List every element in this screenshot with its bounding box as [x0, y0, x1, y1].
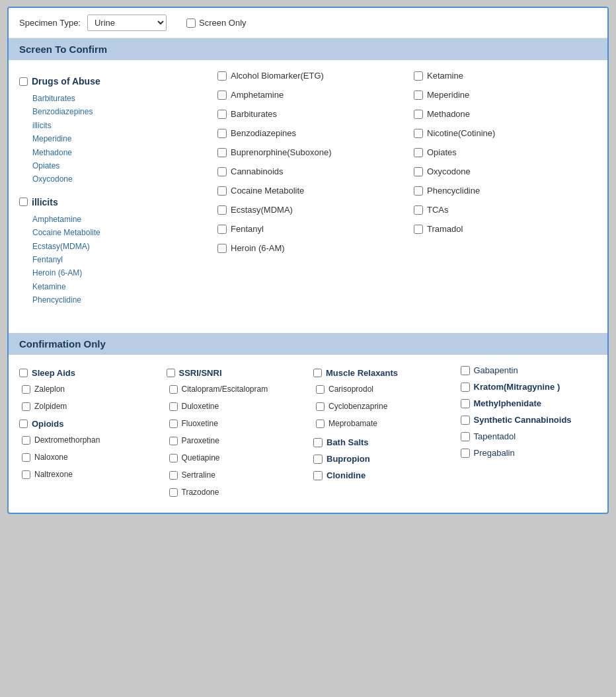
cb-buprenorphine-label: Buprenorphine(Suboxone)	[231, 147, 332, 157]
cb-phencyclidine-label: Phencyclidine	[427, 186, 480, 196]
cb-opiates-input[interactable]	[414, 148, 423, 157]
conf-citalopram-input[interactable]	[169, 385, 178, 394]
conf-tapentadol-input[interactable]	[461, 432, 470, 441]
conf-pregabalin-input[interactable]	[461, 449, 470, 458]
sleep-aids-checkbox[interactable]	[19, 369, 28, 377]
ssri-label: SSRI/SNRI	[179, 368, 222, 378]
ssri-checkbox[interactable]	[167, 369, 175, 377]
muscle-relaxants-label: Muscle Relaxants	[326, 368, 398, 378]
cb-oxycodone-input[interactable]	[414, 167, 423, 176]
drugs-of-abuse-checkbox[interactable]	[19, 77, 28, 86]
cb-methadone-input[interactable]	[414, 110, 423, 119]
cb-tramadol: Tramadol	[414, 224, 597, 234]
cb-ketamine-input[interactable]	[414, 71, 423, 81]
conf-clonidine-input[interactable]	[313, 471, 323, 480]
cb-ketamine-label: Ketamine	[427, 71, 463, 81]
conf-synthetic-cannabinoids-input[interactable]	[461, 416, 470, 425]
conf-tapentadol: Tapentadol	[461, 431, 597, 441]
conf-bupropion: Bupropion	[313, 454, 450, 464]
illicits-label: illicits	[32, 197, 58, 207]
conf-zolpidem-label: Zolpidem	[34, 402, 67, 411]
cb-nicotine-input[interactable]	[414, 129, 423, 138]
cb-buprenorphine-input[interactable]	[217, 148, 227, 157]
conf-kratom-input[interactable]	[461, 383, 470, 392]
conf-methylphenidate: Methylphenidate	[461, 398, 597, 408]
cb-oxycodone: Oxycodone	[414, 166, 597, 176]
conf-synthetic-cannabinoids: Synthetic Cannabinoids	[461, 415, 597, 425]
conf-naltrexone: Naltrexone	[19, 470, 156, 479]
cb-heroin-label: Heroin (6-AM)	[231, 243, 285, 253]
opioids-checkbox[interactable]	[19, 420, 28, 428]
cb-heroin: Heroin (6-AM)	[217, 243, 401, 253]
screen-only-container: Screen Only	[186, 18, 247, 28]
sleep-aids-header: Sleep Aids	[19, 368, 156, 378]
conf-col3: Muscle Relaxants Carisoprodol Cyclobenza…	[313, 363, 450, 505]
conf-gabapentin-input[interactable]	[461, 366, 470, 375]
cb-cannabinoids: Cannabinoids	[217, 166, 401, 176]
cb-barbiturates-input[interactable]	[217, 110, 227, 119]
cb-nicotine: Nicotine(Cotinine)	[414, 128, 597, 138]
conf-methylphenidate-input[interactable]	[461, 399, 470, 408]
cb-ecstasy: Ecstasy(MDMA)	[217, 205, 401, 215]
cb-ecstasy-label: Ecstasy(MDMA)	[231, 205, 293, 215]
specimen-type-select[interactable]: Urine Blood Oral Fluid	[87, 15, 167, 31]
sub-item-oxycodone: Oxycodone	[32, 172, 204, 186]
conf-zolpidem-input[interactable]	[22, 402, 30, 411]
sub-item-opiates: Opiates	[32, 159, 204, 172]
cb-phencyclidine: Phencyclidine	[414, 186, 597, 196]
conf-meprobamate-input[interactable]	[316, 420, 325, 428]
main-container: Specimen Type: Urine Blood Oral Fluid Sc…	[7, 7, 609, 514]
cb-ecstasy-input[interactable]	[217, 205, 227, 215]
conf-bupropion-label: Bupropion	[327, 454, 370, 464]
conf-bath-salts-input[interactable]	[313, 438, 323, 447]
cb-oxycodone-label: Oxycodone	[427, 166, 471, 176]
sub-item-amphetamine: Amphetamine	[32, 213, 204, 226]
cb-meperidine-input[interactable]	[414, 91, 423, 100]
conf-meprobamate: Meprobamate	[313, 419, 450, 428]
screen-to-confirm-header: Screen To Confirm	[9, 38, 607, 60]
conf-naloxone-input[interactable]	[22, 453, 30, 462]
conf-cyclobenzaprine: Cyclobenzaprine	[313, 402, 450, 411]
conf-tapentadol-label: Tapentadol	[474, 431, 516, 441]
cb-phencyclidine-input[interactable]	[414, 186, 423, 196]
conf-naltrexone-input[interactable]	[22, 470, 30, 479]
conf-zaleplon-input[interactable]	[22, 385, 30, 394]
cb-amphetamine-label: Amphetamine	[231, 90, 284, 100]
cb-fentanyl-label: Fentanyl	[231, 224, 264, 234]
conf-bupropion-input[interactable]	[313, 455, 323, 464]
conf-methylphenidate-label: Methylphenidate	[474, 398, 542, 408]
conf-carisoprodol-label: Carisoprodol	[328, 385, 373, 394]
ssri-header: SSRI/SNRI	[167, 368, 303, 378]
conf-naloxone-label: Naloxone	[34, 453, 68, 462]
conf-paroxetine-input[interactable]	[169, 437, 178, 445]
conf-col4: Gabapentin Kratom(Mitragynine ) Methylph…	[461, 363, 597, 505]
cb-amphetamine-input[interactable]	[217, 91, 227, 100]
cb-tcas-input[interactable]	[414, 205, 423, 215]
conf-fluoxetine-input[interactable]	[169, 420, 178, 428]
conf-trazodone-input[interactable]	[169, 488, 178, 497]
conf-carisoprodol-input[interactable]	[316, 385, 325, 394]
cb-benzodiazepines-input[interactable]	[217, 129, 227, 138]
screen-only-checkbox[interactable]	[186, 18, 196, 28]
cb-cannabinoids-input[interactable]	[217, 167, 227, 176]
conf-sertraline: Sertraline	[167, 470, 303, 480]
conf-meprobamate-label: Meprobamate	[328, 419, 377, 428]
cb-cocaine-metabolite-input[interactable]	[217, 186, 227, 196]
conf-synthetic-cannabinoids-label: Synthetic Cannabinoids	[474, 415, 572, 425]
cb-heroin-input[interactable]	[217, 244, 227, 253]
conf-sertraline-label: Sertraline	[182, 470, 215, 480]
conf-trazodone: Trazodone	[167, 488, 303, 497]
conf-duloxetine-input[interactable]	[169, 402, 178, 411]
cb-alcohol-biomarker-input[interactable]	[217, 71, 227, 81]
conf-dextromethorphan-input[interactable]	[22, 436, 30, 445]
sub-item-meperidine: Meperidine	[32, 132, 204, 145]
cb-tramadol-input[interactable]	[414, 225, 423, 234]
confirmation-only-content: Sleep Aids Zaleplon Zolpidem Opioids Dex…	[9, 355, 607, 513]
cb-fentanyl-input[interactable]	[217, 225, 227, 234]
muscle-relaxants-checkbox[interactable]	[313, 369, 322, 377]
illicits-checkbox[interactable]	[19, 198, 28, 206]
conf-cyclobenzaprine-label: Cyclobenzaprine	[328, 402, 387, 411]
conf-cyclobenzaprine-input[interactable]	[316, 402, 325, 411]
conf-sertraline-input[interactable]	[169, 471, 178, 480]
conf-quetiapine-input[interactable]	[169, 454, 178, 462]
